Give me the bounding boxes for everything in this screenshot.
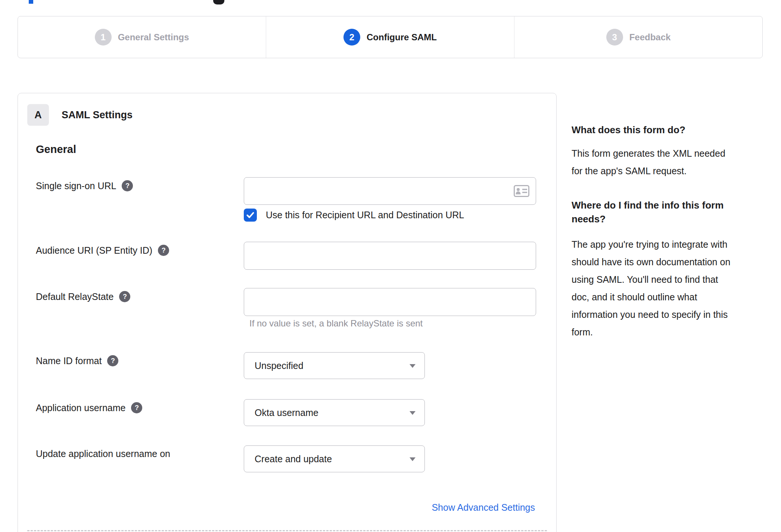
step-label: Feedback [629,32,671,43]
application-username-row: Application username ? Okta username [18,399,556,426]
default-relaystate-input[interactable] [244,288,536,316]
single-sign-on-url-row: Single sign-on URL ? [18,177,556,205]
update-application-username-select[interactable]: Create and update [244,445,425,472]
section-a-badge: A [27,104,49,126]
dashed-section-divider [27,530,547,531]
step-number-badge: 1 [95,29,112,46]
name-id-format-select[interactable]: Unspecified [244,352,425,379]
help-icon[interactable]: ? [107,355,118,366]
application-username-label: Application username ? [36,402,142,413]
configure-saml-wizard-page: 1 General Settings 2 Configure SAML 3 Fe… [0,0,781,532]
step-feedback[interactable]: 3 Feedback [514,16,762,58]
sidebar-body-line: for the app's SAML request. [572,162,725,180]
single-sign-on-url-label: Single sign-on URL ? [36,180,133,191]
sidebar-heading-line: What does this form do? [572,123,685,137]
field-label-text: Audience URI (SP Entity ID) [36,245,152,256]
checkbox-label: Use this for Recipient URL and Destinati… [266,210,464,220]
help-icon[interactable]: ? [131,402,142,413]
checkbox-checked-icon[interactable] [244,209,257,222]
step-number-badge: 2 [343,29,360,46]
sidebar-body-line: This form generates the XML needed [572,145,725,162]
help-icon[interactable]: ? [122,180,133,191]
sidebar-body-what: This form generates the XML needed for t… [572,145,725,180]
sidebar-heading-what: What does this form do? [572,123,685,137]
chevron-down-icon [410,411,416,415]
step-label: General Settings [118,32,189,43]
sidebar-heading-line: needs? [572,212,724,226]
single-sign-on-url-input[interactable] [244,177,536,205]
help-icon[interactable]: ? [119,291,130,302]
general-section-heading: General [36,143,76,156]
sidebar-body-line: information you need to specify in this [572,306,730,323]
audience-uri-input[interactable] [244,242,536,270]
audience-uri-label: Audience URI (SP Entity ID) ? [36,245,169,256]
name-id-format-row: Name ID format ? Unspecified [18,352,556,379]
field-label-text: Update application username on [36,448,170,459]
select-value: Create and update [244,454,332,464]
step-configure-saml[interactable]: 2 Configure SAML [266,16,514,58]
step-label: Configure SAML [367,32,437,43]
chevron-down-icon [410,457,416,461]
sidebar-body-line: using SAML. You'll need to find that [572,271,730,288]
field-label-text: Name ID format [36,356,102,366]
field-label-text: Single sign-on URL [36,181,116,191]
panel-title: SAML Settings [62,104,133,126]
sidebar-body-line: doc, and it should outline what [572,288,730,306]
relaystate-hint-text: If no value is set, a blank RelayState i… [249,318,423,329]
recipient-destination-checkbox-row[interactable]: Use this for Recipient URL and Destinati… [244,209,464,222]
sidebar-body-where: The app you're trying to integrate with … [572,236,730,341]
select-value: Okta username [244,407,318,418]
name-id-format-label: Name ID format ? [36,355,118,366]
sidebar-heading-line: Where do I find the info this form [572,198,724,212]
sidebar-heading-where: Where do I find the info this form needs… [572,198,724,226]
step-general-settings[interactable]: 1 General Settings [18,16,266,58]
sidebar-body-line: form. [572,323,730,341]
contact-card-icon[interactable] [514,185,529,197]
default-relaystate-label: Default RelayState ? [36,291,130,302]
step-number-badge: 3 [606,29,623,46]
chevron-down-icon [410,364,416,368]
sidebar-body-line: should have its own documentation on [572,253,730,271]
show-advanced-settings-link[interactable]: Show Advanced Settings [432,502,535,513]
update-application-username-label: Update application username on [36,448,170,459]
wizard-stepper: 1 General Settings 2 Configure SAML 3 Fe… [18,16,763,58]
application-username-select[interactable]: Okta username [244,399,425,426]
saml-settings-panel: A SAML Settings General Single sign-on U… [18,93,557,532]
sidebar-body-line: The app you're trying to integrate with [572,236,730,253]
field-label-text: Default RelayState [36,291,113,302]
help-icon[interactable]: ? [158,245,169,256]
field-label-text: Application username [36,403,125,413]
audience-uri-row: Audience URI (SP Entity ID) ? [18,242,556,270]
clipped-blue-fragment [29,0,33,4]
clipped-header-fragment [213,0,224,4]
default-relaystate-row: Default RelayState ? If no value is set,… [18,288,556,333]
select-value: Unspecified [244,360,304,371]
update-application-username-row: Update application username on Create an… [18,445,556,472]
